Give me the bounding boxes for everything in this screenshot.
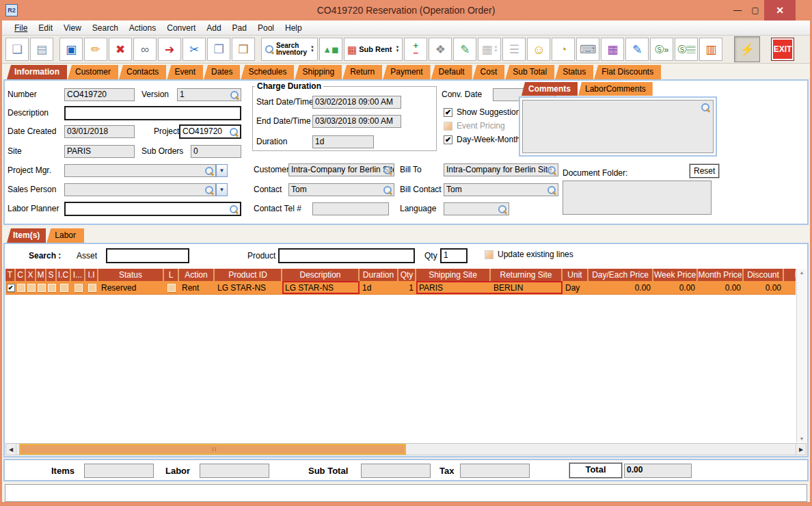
vertical-scrollbar[interactable]: ▲ ▼ (796, 269, 807, 442)
sub-rent-button[interactable]: ▦ Sub Rent ▼▼ (344, 38, 403, 61)
col-t[interactable]: T (5, 269, 16, 281)
tab-labor[interactable]: Labor (46, 228, 84, 243)
edit-button[interactable]: ✏ (84, 38, 107, 61)
shortcut-key-button[interactable]: ⌨ (576, 38, 599, 61)
paste-button[interactable]: ❒ (232, 38, 255, 61)
magnifier-icon[interactable] (230, 90, 239, 100)
col-m[interactable]: M (36, 269, 46, 281)
magnifier-icon[interactable] (547, 165, 556, 175)
tab-cost[interactable]: Cost (473, 65, 505, 79)
bill-to-field[interactable]: Intra-Company for Berlin Site (444, 163, 558, 176)
new-order-button[interactable]: ❏ (5, 38, 29, 61)
menu-view[interactable]: View (58, 23, 87, 33)
row-i-cell[interactable] (71, 281, 85, 294)
row-x-cell[interactable] (26, 281, 36, 294)
tab-information[interactable]: Information (7, 65, 67, 79)
dropdown-arrows-icon[interactable]: ▼▼ (394, 46, 399, 53)
col-discount[interactable]: Discount (744, 269, 784, 281)
labor-planner-field[interactable] (64, 202, 241, 216)
duration-field[interactable]: 1d (312, 135, 374, 148)
contact-tel-field[interactable] (312, 202, 389, 215)
tab-comments[interactable]: Comments (522, 82, 578, 96)
project-field[interactable]: CO419720 (179, 124, 241, 139)
status-cell[interactable]: Reserved (98, 281, 164, 294)
labor-total-field[interactable] (200, 464, 269, 478)
scroll-right-arrow[interactable]: ▶ (796, 444, 806, 455)
contact-field[interactable]: Tom (288, 183, 394, 196)
menu-help[interactable]: Help (280, 23, 308, 33)
menu-convert[interactable]: Convert (161, 23, 201, 33)
version-field[interactable]: 1 (177, 88, 241, 101)
tab-return[interactable]: Return (342, 65, 382, 79)
row-t-cell[interactable]: ✔ (5, 281, 16, 294)
project-mgr-dropdown[interactable]: ▼ (216, 164, 228, 177)
menu-add[interactable]: Add (201, 23, 226, 33)
menu-file[interactable]: File (9, 23, 33, 33)
duration-cell[interactable]: 1d (360, 281, 398, 294)
reset-button[interactable]: Reset (690, 164, 719, 178)
table-row[interactable]: ✔ Reserved Rent LG STAR-NS LG STAR-NS 1d… (5, 281, 796, 295)
product-search-input[interactable] (278, 248, 415, 263)
col-net-each[interactable]: Net Ea (784, 269, 796, 281)
qty-cell[interactable]: 1 (398, 281, 416, 294)
document-folder-box[interactable] (563, 181, 712, 215)
magnifier-icon[interactable] (204, 185, 214, 195)
checkbox-icon[interactable] (27, 284, 36, 292)
scrollbar-thumb[interactable] (19, 444, 406, 455)
tab-status[interactable]: Status (555, 65, 593, 79)
quote-button[interactable]: Ⓢ▤ (675, 38, 698, 61)
description-cell[interactable]: LG STAR-NS (282, 281, 360, 294)
magnifier-icon[interactable] (701, 103, 710, 112)
col-day-each-price[interactable]: Day/Each Price (588, 269, 653, 281)
update-existing-lines-checkbox[interactable] (485, 250, 493, 259)
checkbox-icon[interactable] (38, 284, 46, 292)
checkbox-icon[interactable] (17, 284, 25, 292)
delivery-truck-button[interactable]: ▥ (699, 38, 722, 61)
exit-button[interactable]: EXIT (771, 38, 794, 61)
customer-service-button[interactable]: ☺ (527, 38, 550, 61)
qty-input[interactable]: 1 (440, 248, 468, 263)
magnifier-icon[interactable] (383, 165, 392, 175)
sales-person-field[interactable] (64, 183, 216, 196)
col-ic[interactable]: I.C (57, 269, 71, 281)
start-datetime-field[interactable]: 03/02/2018 09:00 AM (312, 96, 401, 109)
quick-sale-button[interactable]: Ⓢ» (650, 38, 673, 61)
product-id-cell[interactable]: LG STAR-NS (215, 281, 282, 294)
checked-checkbox-icon[interactable]: ✔ (7, 284, 15, 292)
items-total-field[interactable] (84, 464, 154, 478)
magnifier-icon[interactable] (498, 204, 507, 214)
history-folder-button[interactable]: ◔ (552, 38, 575, 61)
discount-cell[interactable]: 0.00 (744, 281, 784, 294)
bill-contact-field[interactable]: Tom (444, 183, 558, 196)
add-remove-line-button[interactable]: +− (404, 38, 427, 61)
tab-customer[interactable]: Customer (68, 65, 118, 79)
tab-flat-discounts[interactable]: Flat Discounts (594, 65, 661, 79)
close-button[interactable]: ✕ (764, 0, 796, 21)
customer-field[interactable]: Intra-Company for Berlin Site (288, 163, 394, 176)
tab-labor-comments[interactable]: LaborComments (578, 82, 653, 96)
cut-button[interactable]: ✂ (182, 38, 206, 61)
col-s[interactable]: S (46, 269, 57, 281)
sub-orders-field[interactable]: 0 (191, 145, 241, 158)
col-x[interactable]: X (26, 269, 36, 281)
menu-pad[interactable]: Pad (227, 23, 252, 33)
row-c-cell[interactable] (16, 281, 26, 294)
delete-button[interactable]: ✖ (109, 38, 132, 61)
checkbox-icon[interactable] (60, 284, 68, 292)
save-button[interactable]: ▣ (59, 38, 83, 61)
checkbox-icon[interactable] (88, 284, 96, 292)
row-s-cell[interactable] (46, 281, 57, 294)
col-l[interactable]: L (164, 269, 179, 281)
row-ii-cell[interactable] (85, 281, 98, 294)
maximize-button[interactable]: ▢ (746, 0, 764, 21)
col-ii[interactable]: I.I (85, 269, 98, 281)
sales-person-dropdown[interactable]: ▼ (216, 183, 228, 196)
scroll-down-icon[interactable]: ▼ (800, 436, 804, 441)
col-qty[interactable]: Qty (398, 269, 416, 281)
day-week-month-pricing-checkbox[interactable]: ✔ (444, 135, 452, 144)
tab-dates[interactable]: Dates (204, 65, 240, 79)
col-month-price[interactable]: Month Price (698, 269, 744, 281)
horizontal-scrollbar[interactable]: ◀ ▶ (5, 443, 807, 455)
magnifier-icon[interactable] (204, 166, 214, 176)
row-ic-cell[interactable] (57, 281, 71, 294)
